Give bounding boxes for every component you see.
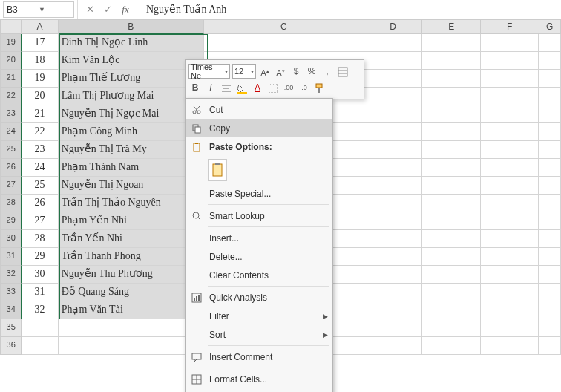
cell[interactable] — [364, 34, 423, 52]
cell[interactable]: Phạm Yến Nhi — [59, 212, 204, 230]
cell[interactable] — [422, 337, 481, 355]
cell[interactable]: Nguyễn Thu Phương — [59, 266, 204, 284]
cell[interactable] — [364, 105, 423, 123]
chevron-down-icon[interactable]: ▼ — [39, 6, 70, 13]
cell[interactable] — [481, 230, 539, 248]
decrease-font-icon[interactable]: A▾ — [274, 65, 287, 78]
cell[interactable]: Kim Văn Lộc — [59, 52, 204, 70]
cell[interactable] — [59, 337, 204, 355]
cell[interactable]: Nguyễn Thị Trà My — [59, 141, 204, 159]
cell[interactable] — [364, 301, 423, 319]
align-icon[interactable] — [220, 81, 233, 94]
fx-icon[interactable]: fx — [119, 4, 131, 16]
cell[interactable] — [481, 177, 539, 195]
cell[interactable] — [364, 248, 423, 266]
fill-color-icon[interactable] — [235, 81, 249, 94]
name-box[interactable]: B3 ▼ — [3, 1, 74, 18]
cell[interactable] — [481, 248, 539, 266]
cell[interactable] — [481, 34, 539, 52]
cell[interactable] — [364, 284, 423, 301]
cell[interactable]: 30 — [22, 266, 58, 284]
cell[interactable]: Phạm Thành Nam — [59, 159, 204, 177]
menu-clear-contents[interactable]: Clear Contents — [186, 266, 332, 284]
cell[interactable] — [364, 141, 423, 159]
row-header[interactable]: 27 — [0, 177, 22, 195]
border-icon[interactable] — [266, 81, 280, 94]
cell[interactable] — [481, 105, 539, 123]
cell[interactable] — [422, 301, 481, 319]
enter-icon[interactable]: ✓ — [102, 4, 114, 15]
format-icon[interactable] — [336, 65, 350, 78]
menu-copy[interactable]: Copy — [186, 119, 332, 137]
cell[interactable] — [481, 195, 539, 212]
row-header[interactable]: 29 — [0, 212, 22, 230]
menu-pick-list[interactable]: Pick From Drop-down List... — [186, 388, 332, 392]
cell[interactable] — [22, 319, 58, 337]
currency-icon[interactable]: $ — [289, 65, 303, 78]
row-header[interactable]: 34 — [0, 301, 22, 319]
row-header[interactable]: 22 — [0, 88, 22, 105]
comma-icon[interactable]: , — [321, 65, 334, 78]
cell[interactable] — [539, 177, 561, 195]
cell[interactable] — [364, 52, 423, 70]
cell[interactable] — [539, 212, 561, 230]
cell[interactable]: Đinh Thị Ngọc Linh — [59, 34, 204, 52]
cell[interactable] — [422, 105, 481, 123]
cell[interactable] — [539, 230, 561, 248]
cell[interactable] — [481, 212, 539, 230]
cell[interactable] — [539, 105, 561, 123]
menu-paste-special[interactable]: Paste Special... — [186, 184, 332, 203]
cell[interactable] — [481, 266, 539, 284]
increase-font-icon[interactable]: A▴ — [258, 65, 272, 78]
cell[interactable] — [539, 319, 561, 337]
cell[interactable]: Trần Yến Nhi — [59, 230, 204, 248]
cell[interactable] — [422, 141, 481, 159]
cell[interactable] — [422, 159, 481, 177]
row-header[interactable]: 26 — [0, 159, 22, 177]
cell[interactable] — [539, 34, 561, 52]
cell[interactable] — [481, 88, 539, 105]
col-header-d[interactable]: D — [364, 19, 423, 34]
cell[interactable] — [539, 284, 561, 301]
cell[interactable]: 24 — [22, 159, 58, 177]
cell[interactable] — [422, 52, 481, 70]
row-header[interactable]: 25 — [0, 141, 22, 159]
menu-quick-analysis[interactable]: Quick Analysis — [186, 288, 332, 307]
select-all-corner[interactable] — [0, 19, 22, 34]
menu-delete[interactable]: Delete... — [186, 247, 332, 266]
row-header[interactable]: 28 — [0, 195, 22, 212]
cell[interactable] — [364, 70, 423, 88]
cell[interactable] — [481, 159, 539, 177]
row-header[interactable]: 20 — [0, 52, 22, 70]
row-header[interactable]: 23 — [0, 105, 22, 123]
cell[interactable] — [539, 141, 561, 159]
decrease-decimal-icon[interactable]: .0 — [298, 81, 311, 94]
cell[interactable]: 31 — [22, 284, 58, 301]
cell[interactable] — [422, 266, 481, 284]
cell[interactable] — [481, 52, 539, 70]
bold-icon[interactable]: B — [188, 81, 202, 94]
menu-smart-lookup[interactable]: Smart Lookup — [186, 206, 332, 225]
row-header[interactable]: 19 — [0, 34, 22, 52]
cell[interactable] — [364, 230, 423, 248]
menu-insert[interactable]: Insert... — [186, 229, 332, 247]
cell[interactable]: 32 — [22, 301, 58, 319]
cell[interactable] — [364, 195, 423, 212]
cell[interactable]: 29 — [22, 248, 58, 266]
cell[interactable] — [364, 337, 423, 355]
row-header[interactable]: 35 — [0, 319, 22, 337]
cell[interactable]: 25 — [22, 177, 58, 195]
cell[interactable]: Phạm Thế Lương — [59, 70, 204, 88]
cell[interactable] — [364, 212, 423, 230]
col-header-a[interactable]: A — [22, 19, 58, 34]
col-header-f[interactable]: F — [481, 19, 539, 34]
paste-button[interactable] — [208, 159, 227, 181]
cell[interactable] — [539, 88, 561, 105]
cell[interactable] — [364, 159, 423, 177]
row-header[interactable]: 24 — [0, 123, 22, 141]
col-header-e[interactable]: E — [422, 19, 481, 34]
cell[interactable] — [539, 195, 561, 212]
cell[interactable] — [481, 337, 539, 355]
cell[interactable]: Lâm Thị Phương Mai — [59, 88, 204, 105]
row-header[interactable]: 21 — [0, 70, 22, 88]
